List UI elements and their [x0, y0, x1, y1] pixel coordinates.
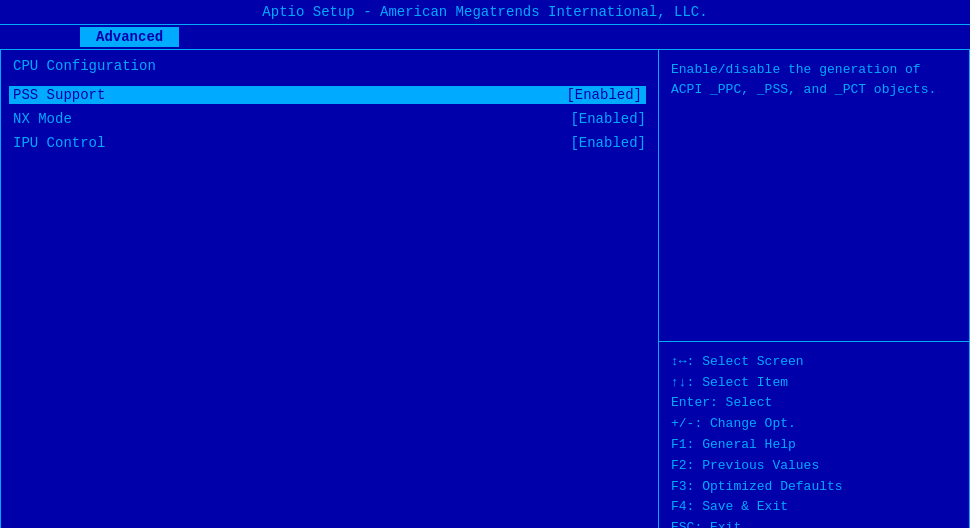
key-binding: F4: Save & Exit: [671, 497, 957, 518]
item-label: IPU Control: [13, 135, 105, 151]
config-item[interactable]: NX Mode[Enabled]: [13, 110, 646, 128]
advanced-tab[interactable]: Advanced: [80, 27, 179, 47]
left-panel: CPU Configuration PSS Support[Enabled]NX…: [1, 50, 659, 528]
item-label: NX Mode: [13, 111, 72, 127]
key-binding: +/-: Change Opt.: [671, 414, 957, 435]
config-item[interactable]: IPU Control[Enabled]: [13, 134, 646, 152]
section-title: CPU Configuration: [13, 58, 646, 74]
bios-title: Aptio Setup - American Megatrends Intern…: [262, 4, 707, 20]
key-binding: ↕↔: Select Screen: [671, 352, 957, 373]
key-binding: F2: Previous Values: [671, 456, 957, 477]
key-binding: ↑↓: Select Item: [671, 373, 957, 394]
item-value: [Enabled]: [570, 111, 646, 127]
item-value: [Enabled]: [570, 135, 646, 151]
key-binding: ESC: Exit: [671, 518, 957, 528]
item-value: [Enabled]: [566, 87, 642, 103]
config-items-container: PSS Support[Enabled]NX Mode[Enabled]IPU …: [13, 86, 646, 152]
key-binding: F3: Optimized Defaults: [671, 477, 957, 498]
title-bar: Aptio Setup - American Megatrends Intern…: [0, 0, 970, 25]
item-label: PSS Support: [13, 87, 105, 103]
help-text: Enable/disable the generation of ACPI _P…: [659, 50, 969, 342]
key-help: ↕↔: Select Screen↑↓: Select ItemEnter: S…: [659, 342, 969, 528]
key-binding: Enter: Select: [671, 393, 957, 414]
right-panel: Enable/disable the generation of ACPI _P…: [659, 50, 969, 528]
config-item[interactable]: PSS Support[Enabled]: [9, 86, 646, 104]
main-layout: CPU Configuration PSS Support[Enabled]NX…: [0, 50, 970, 528]
key-binding: F1: General Help: [671, 435, 957, 456]
